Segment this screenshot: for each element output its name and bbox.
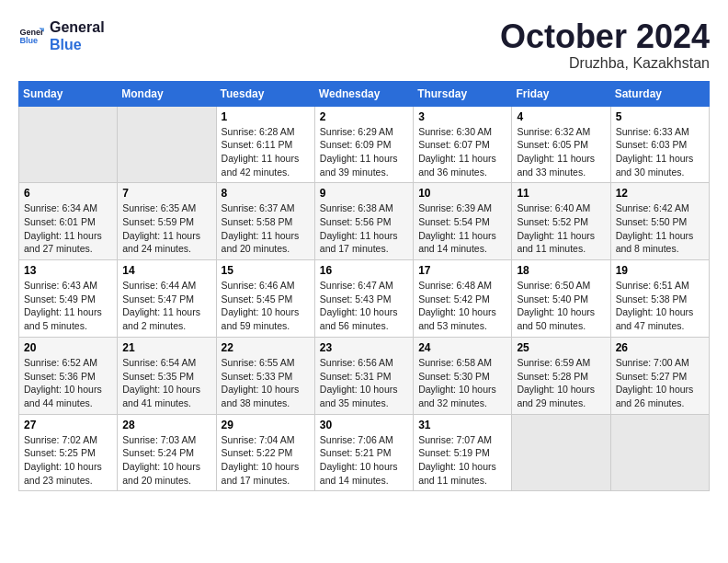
- day-number: 20: [24, 341, 112, 354]
- calendar-cell: 19Sunrise: 6:51 AMSunset: 5:38 PMDayligh…: [610, 260, 709, 338]
- day-info: Sunrise: 7:04 AMSunset: 5:22 PMDaylight:…: [222, 433, 310, 488]
- calendar-cell: 16Sunrise: 6:47 AMSunset: 5:43 PMDayligh…: [314, 260, 413, 338]
- location: Druzhba, Kazakhstan: [500, 55, 710, 72]
- calendar-cell: 18Sunrise: 6:50 AMSunset: 5:40 PMDayligh…: [512, 260, 610, 338]
- calendar-cell: 15Sunrise: 6:46 AMSunset: 5:45 PMDayligh…: [216, 260, 314, 338]
- day-info: Sunrise: 6:43 AMSunset: 5:49 PMDaylight:…: [24, 279, 112, 333]
- day-info: Sunrise: 6:34 AMSunset: 6:01 PMDaylight:…: [24, 201, 112, 256]
- day-info: Sunrise: 6:59 AMSunset: 5:28 PMDaylight:…: [517, 356, 605, 410]
- weekday-header-thursday: Thursday: [414, 81, 512, 106]
- calendar-cell: 7Sunrise: 6:35 AMSunset: 5:59 PMDaylight…: [118, 183, 216, 260]
- day-number: 29: [222, 419, 310, 431]
- calendar-cell: 31Sunrise: 7:07 AMSunset: 5:19 PMDayligh…: [414, 414, 512, 491]
- month-title: October 2024: [500, 18, 710, 55]
- day-number: 19: [616, 264, 704, 277]
- day-number: 4: [517, 110, 605, 123]
- day-number: 3: [418, 110, 506, 123]
- day-number: 2: [320, 110, 408, 123]
- calendar-week-4: 20Sunrise: 6:52 AMSunset: 5:36 PMDayligh…: [19, 337, 710, 414]
- day-number: 17: [418, 264, 506, 277]
- day-info: Sunrise: 6:29 AMSunset: 6:09 PMDaylight:…: [320, 125, 408, 179]
- calendar-cell: 27Sunrise: 7:02 AMSunset: 5:25 PMDayligh…: [19, 414, 118, 491]
- day-number: 21: [122, 341, 210, 354]
- day-info: Sunrise: 6:28 AMSunset: 6:11 PMDaylight:…: [222, 125, 310, 179]
- day-info: Sunrise: 7:07 AMSunset: 5:19 PMDaylight:…: [418, 433, 506, 488]
- day-number: 5: [616, 110, 704, 123]
- calendar-cell: 29Sunrise: 7:04 AMSunset: 5:22 PMDayligh…: [216, 414, 314, 491]
- calendar-table: SundayMondayTuesdayWednesdayThursdayFrid…: [18, 81, 710, 492]
- calendar-cell: 4Sunrise: 6:32 AMSunset: 6:05 PMDaylight…: [512, 106, 610, 183]
- day-number: 7: [122, 187, 210, 200]
- calendar-cell: 25Sunrise: 6:59 AMSunset: 5:28 PMDayligh…: [512, 337, 610, 414]
- calendar-cell: 3Sunrise: 6:30 AMSunset: 6:07 PMDaylight…: [414, 106, 512, 183]
- day-number: 28: [122, 419, 210, 431]
- calendar-cell: 1Sunrise: 6:28 AMSunset: 6:11 PMDaylight…: [216, 106, 314, 183]
- day-info: Sunrise: 6:35 AMSunset: 5:59 PMDaylight:…: [122, 201, 210, 256]
- day-number: 25: [517, 341, 605, 354]
- calendar-week-2: 6Sunrise: 6:34 AMSunset: 6:01 PMDaylight…: [19, 183, 710, 260]
- calendar-cell: 23Sunrise: 6:56 AMSunset: 5:31 PMDayligh…: [314, 337, 413, 414]
- day-info: Sunrise: 6:40 AMSunset: 5:52 PMDaylight:…: [517, 201, 605, 256]
- weekday-header-tuesday: Tuesday: [216, 81, 314, 106]
- calendar-cell: 2Sunrise: 6:29 AMSunset: 6:09 PMDaylight…: [314, 106, 413, 183]
- calendar-cell: [610, 414, 709, 491]
- day-info: Sunrise: 6:44 AMSunset: 5:47 PMDaylight:…: [122, 279, 210, 333]
- weekday-header-row: SundayMondayTuesdayWednesdayThursdayFrid…: [19, 81, 710, 106]
- calendar-cell: [118, 106, 216, 183]
- day-number: 30: [320, 419, 408, 431]
- logo-icon: General Blue: [18, 23, 44, 49]
- day-info: Sunrise: 6:47 AMSunset: 5:43 PMDaylight:…: [320, 279, 408, 333]
- day-info: Sunrise: 6:32 AMSunset: 6:05 PMDaylight:…: [517, 125, 605, 179]
- day-info: Sunrise: 6:55 AMSunset: 5:33 PMDaylight:…: [222, 356, 310, 410]
- day-number: 6: [24, 187, 112, 200]
- day-number: 23: [320, 341, 408, 354]
- calendar-week-1: 1Sunrise: 6:28 AMSunset: 6:11 PMDaylight…: [19, 106, 710, 183]
- day-info: Sunrise: 6:37 AMSunset: 5:58 PMDaylight:…: [222, 201, 310, 256]
- day-number: 1: [222, 110, 310, 123]
- day-info: Sunrise: 6:30 AMSunset: 6:07 PMDaylight:…: [418, 125, 506, 179]
- calendar-cell: 9Sunrise: 6:38 AMSunset: 5:56 PMDaylight…: [314, 183, 413, 260]
- day-info: Sunrise: 6:50 AMSunset: 5:40 PMDaylight:…: [517, 279, 605, 333]
- day-number: 22: [222, 341, 310, 354]
- calendar-cell: 10Sunrise: 6:39 AMSunset: 5:54 PMDayligh…: [414, 183, 512, 260]
- day-number: 12: [616, 187, 704, 200]
- calendar-cell: 14Sunrise: 6:44 AMSunset: 5:47 PMDayligh…: [118, 260, 216, 338]
- day-info: Sunrise: 6:52 AMSunset: 5:36 PMDaylight:…: [24, 356, 112, 410]
- calendar-cell: 5Sunrise: 6:33 AMSunset: 6:03 PMDaylight…: [610, 106, 709, 183]
- day-info: Sunrise: 6:56 AMSunset: 5:31 PMDaylight:…: [320, 356, 408, 410]
- calendar-cell: 22Sunrise: 6:55 AMSunset: 5:33 PMDayligh…: [216, 337, 314, 414]
- day-info: Sunrise: 7:02 AMSunset: 5:25 PMDaylight:…: [24, 433, 112, 488]
- calendar-cell: 8Sunrise: 6:37 AMSunset: 5:58 PMDaylight…: [216, 183, 314, 260]
- day-number: 27: [24, 419, 112, 431]
- day-number: 10: [418, 187, 506, 200]
- day-number: 31: [418, 419, 506, 431]
- calendar-cell: 28Sunrise: 7:03 AMSunset: 5:24 PMDayligh…: [118, 414, 216, 491]
- calendar-cell: [512, 414, 610, 491]
- day-info: Sunrise: 6:33 AMSunset: 6:03 PMDaylight:…: [616, 125, 704, 179]
- day-info: Sunrise: 6:58 AMSunset: 5:30 PMDaylight:…: [418, 356, 506, 410]
- day-number: 24: [418, 341, 506, 354]
- calendar-cell: 17Sunrise: 6:48 AMSunset: 5:42 PMDayligh…: [414, 260, 512, 338]
- calendar-cell: 13Sunrise: 6:43 AMSunset: 5:49 PMDayligh…: [19, 260, 118, 338]
- day-info: Sunrise: 6:46 AMSunset: 5:45 PMDaylight:…: [222, 279, 310, 333]
- day-info: Sunrise: 6:42 AMSunset: 5:50 PMDaylight:…: [616, 201, 704, 256]
- day-number: 14: [122, 264, 210, 277]
- day-info: Sunrise: 6:48 AMSunset: 5:42 PMDaylight:…: [418, 279, 506, 333]
- weekday-header-saturday: Saturday: [610, 81, 709, 106]
- weekday-header-sunday: Sunday: [19, 81, 118, 106]
- calendar-week-3: 13Sunrise: 6:43 AMSunset: 5:49 PMDayligh…: [19, 260, 710, 338]
- day-info: Sunrise: 7:00 AMSunset: 5:27 PMDaylight:…: [616, 356, 704, 410]
- day-number: 9: [320, 187, 408, 200]
- logo-blue-text: Blue: [50, 36, 105, 53]
- calendar-cell: [19, 106, 118, 183]
- calendar-cell: 11Sunrise: 6:40 AMSunset: 5:52 PMDayligh…: [512, 183, 610, 260]
- weekday-header-wednesday: Wednesday: [314, 81, 413, 106]
- day-info: Sunrise: 7:06 AMSunset: 5:21 PMDaylight:…: [320, 433, 408, 488]
- calendar-cell: 6Sunrise: 6:34 AMSunset: 6:01 PMDaylight…: [19, 183, 118, 260]
- weekday-header-friday: Friday: [512, 81, 610, 106]
- day-info: Sunrise: 6:38 AMSunset: 5:56 PMDaylight:…: [320, 201, 408, 256]
- day-number: 8: [222, 187, 310, 200]
- day-info: Sunrise: 6:54 AMSunset: 5:35 PMDaylight:…: [122, 356, 210, 410]
- page-header: General Blue General Blue October 2024 D…: [18, 18, 710, 72]
- calendar-cell: 21Sunrise: 6:54 AMSunset: 5:35 PMDayligh…: [118, 337, 216, 414]
